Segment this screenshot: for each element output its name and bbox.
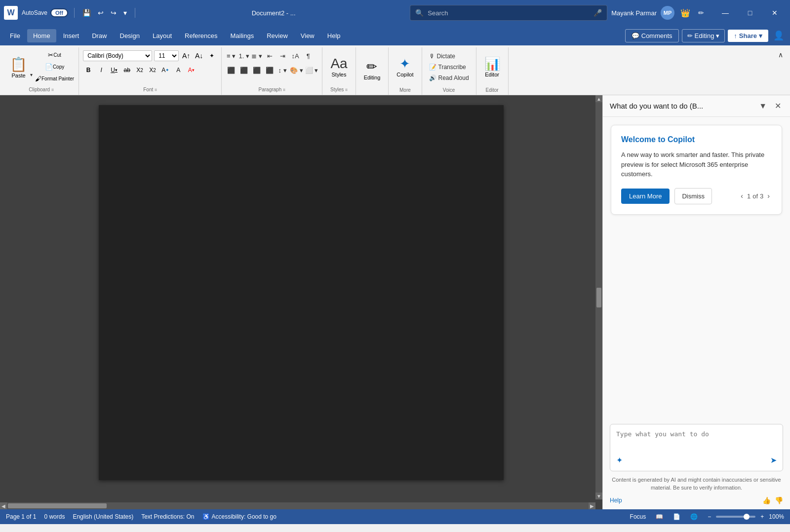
increase-indent-button[interactable]: ⇥ [277,50,288,61]
scroll-down-arrow[interactable]: ▼ [595,493,602,499]
document-area[interactable]: ▲ ▼ ◀ ▶ [0,95,602,509]
menu-view[interactable]: View [295,29,320,42]
text-highlight-button[interactable]: A [173,65,184,76]
menu-references[interactable]: References [179,29,223,42]
font-expand-icon[interactable]: ⌗ [155,87,157,92]
strikethrough-button[interactable]: ab [121,65,132,76]
learn-more-button[interactable]: Learn More [621,189,670,204]
avatar[interactable]: MP [661,6,674,20]
read-aloud-button[interactable]: 🔊 Read Aloud [426,73,472,83]
grow-font-button[interactable]: A↑ [181,50,192,61]
undo-button[interactable]: ↩ [96,7,106,19]
thumbs-down-button[interactable]: 👎 [775,496,783,504]
multilevel-button[interactable]: ≣ ▾ [251,50,262,61]
search-bar[interactable]: 🔍 Search 🎤 [410,5,607,21]
copilot-input-field[interactable] [616,430,777,450]
format-painter-button[interactable]: 🖌 Format Painter [35,73,75,84]
prev-page-button[interactable]: ‹ [739,191,745,201]
scroll-up-arrow[interactable]: ▲ [595,95,602,102]
autosave-toggle[interactable]: Off [50,8,68,17]
styles-button[interactable]: Aa Styles [326,54,351,79]
read-mode-button[interactable]: 📖 [654,512,665,521]
editing-button[interactable]: ✏ Editing ▾ [682,29,725,42]
shading-button[interactable]: 🎨 ▾ [290,65,303,76]
zoom-thumb[interactable] [744,514,750,520]
scroll-right-arrow[interactable]: ▶ [589,502,595,509]
print-layout-button[interactable]: 📄 [671,512,682,521]
menu-mailings[interactable]: Mailings [225,29,260,42]
copy-button[interactable]: 📄 Copy [35,61,75,72]
menu-layout[interactable]: Layout [147,29,178,42]
scroll-left-arrow[interactable]: ◀ [0,502,7,509]
menu-help[interactable]: Help [321,29,347,42]
focus-button[interactable]: Focus [628,512,648,521]
menu-insert[interactable]: Insert [57,29,85,42]
crown-icon-button[interactable]: 👑 [678,6,692,20]
align-center-button[interactable]: ⬛ [238,65,249,76]
web-layout-button[interactable]: 🌐 [688,512,700,521]
italic-button[interactable]: I [96,65,107,76]
horizontal-scrollbar[interactable]: ◀ ▶ [0,502,595,509]
justify-button[interactable]: ⬛ [264,65,275,76]
align-left-button[interactable]: ⬛ [226,65,237,76]
shrink-font-button[interactable]: A↓ [194,50,204,61]
menu-file[interactable]: File [4,29,26,42]
bold-button[interactable]: B [83,65,94,76]
dictate-button[interactable]: 🎙 Dictate [426,51,472,61]
copilot-send-button[interactable]: ➤ [770,456,777,465]
scroll-thumb-h[interactable] [8,503,107,508]
ribbon-expand-button[interactable]: ∧ [775,49,786,60]
paste-button[interactable]: 📋 Paste [8,54,29,79]
decrease-indent-button[interactable]: ⇤ [264,50,275,61]
sort-button[interactable]: ↕A [290,50,301,61]
zoom-slider[interactable] [716,516,755,518]
font-color-button[interactable]: A▾ [186,65,197,76]
editor-button[interactable]: 📊 Editor [480,54,504,79]
underline-button[interactable]: U ▾ [109,65,119,76]
show-marks-button[interactable]: ¶ [303,50,314,61]
clear-formatting-button[interactable]: ✦ [206,50,217,61]
thumbs-up-button[interactable]: 👍 [762,496,771,504]
vertical-scrollbar[interactable]: ▲ ▼ [595,95,602,499]
document-page[interactable] [99,105,504,480]
dismiss-button[interactable]: Dismiss [674,188,712,204]
editing-ribbon-button[interactable]: ✏ Editing [360,57,385,82]
transcribe-button[interactable]: 📝 Transcribe [426,62,472,72]
copilot-sparkle-icon[interactable]: ✦ [616,456,623,465]
next-page-button[interactable]: › [765,191,772,201]
superscript-button[interactable]: X2 [147,65,158,76]
text-effects-button[interactable]: A✦ [160,65,171,76]
copilot-close-button[interactable]: ✕ [773,100,783,112]
clipboard-expand-icon[interactable]: ⌗ [51,87,54,92]
menu-design[interactable]: Design [114,29,146,42]
zoom-out-button[interactable]: − [706,512,713,521]
align-right-button[interactable]: ⬛ [251,65,262,76]
cut-button[interactable]: ✂ Cut [35,49,75,60]
scroll-thumb-v[interactable] [596,288,601,307]
close-button[interactable]: ✕ [763,5,786,21]
bullets-button[interactable]: ≡ ▾ [226,50,237,61]
customize-quick-access-button[interactable]: ▾ [121,7,129,19]
microphone-icon[interactable]: 🎤 [593,9,602,17]
copilot-help-link[interactable]: Help [610,497,622,504]
people-icon-button[interactable]: 👤 [771,28,786,43]
copilot-ribbon-button[interactable]: ✦ Copilot [393,54,417,79]
redo-button[interactable]: ↪ [109,7,118,19]
font-family-select[interactable]: Calibri (Body) [83,50,152,61]
pen-icon-button[interactable]: ✏ [696,7,706,19]
styles-expand-icon[interactable]: ⌗ [345,87,348,92]
menu-draw[interactable]: Draw [86,29,113,42]
borders-button[interactable]: ⬜ ▾ [305,65,318,76]
line-spacing-button[interactable]: ↕ ▾ [277,65,288,76]
share-button[interactable]: ↑ Share ▾ [728,30,768,42]
comments-button[interactable]: 💬 Comments [625,29,679,42]
menu-review[interactable]: Review [261,29,294,42]
subscript-button[interactable]: X2 [134,65,145,76]
paragraph-expand-icon[interactable]: ⌗ [283,87,285,92]
minimize-button[interactable]: — [714,5,737,21]
menu-home[interactable]: Home [27,29,56,42]
maximize-button[interactable]: □ [739,5,761,21]
numbering-button[interactable]: 1. ▾ [238,50,249,61]
zoom-in-button[interactable]: + [758,512,766,521]
paste-dropdown-button[interactable]: ▾ [29,54,34,79]
